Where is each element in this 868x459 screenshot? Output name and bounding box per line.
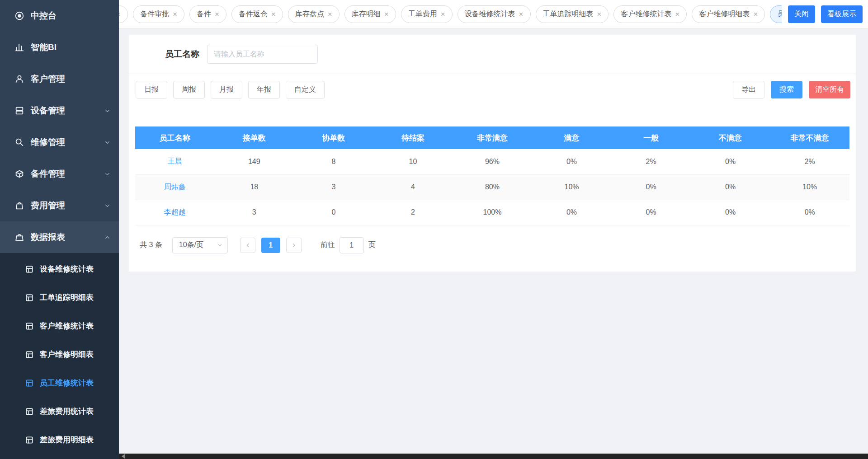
chevron-down-icon bbox=[104, 171, 111, 178]
tab-label: 设备维修统计表 bbox=[465, 9, 515, 19]
sidebar-item-customer[interactable]: 客户管理 bbox=[0, 63, 119, 95]
employee-link[interactable]: 王晨 bbox=[168, 157, 182, 165]
clear-all-button[interactable]: 清空所有 bbox=[809, 81, 850, 98]
next-page-button[interactable] bbox=[286, 238, 302, 253]
column-header: 不满意 bbox=[691, 126, 770, 149]
employee-name-label: 员工名称 bbox=[165, 48, 199, 60]
page-size-select[interactable]: 10条/页 bbox=[172, 237, 228, 253]
tab-truncated[interactable]: × bbox=[119, 5, 128, 23]
horizontal-scrollbar[interactable] bbox=[119, 454, 868, 459]
sidebar-item-device-repair-stats[interactable]: 设备维修统计表 bbox=[0, 255, 119, 283]
goto-page-input[interactable] bbox=[340, 237, 364, 253]
table-cell: 0% bbox=[691, 174, 770, 200]
search-button[interactable]: 搜索 bbox=[771, 81, 802, 98]
sidebar-item-device[interactable]: 设备管理 bbox=[0, 95, 119, 126]
tab-label: 库存明细 bbox=[352, 9, 381, 19]
close-icon[interactable]: × bbox=[328, 10, 332, 18]
open-tabs: × 备件审批 × 备件 × 备件返仓 × 库存盘点 × 库存明细 × 工单费用 … bbox=[119, 5, 782, 23]
tab-spare-return[interactable]: 备件返仓 × bbox=[231, 5, 283, 23]
sidebar-item-bi[interactable]: 智能BI bbox=[0, 32, 119, 63]
user-icon bbox=[14, 74, 24, 84]
board-display-button[interactable]: 看板展示 bbox=[821, 5, 863, 23]
sidebar-item-travel-fee-stats[interactable]: 差旅费用统计表 bbox=[0, 397, 119, 426]
sidebar-item-customer-repair-detail[interactable]: 客户维修明细表 bbox=[0, 340, 119, 369]
chevron-left-icon bbox=[245, 242, 251, 248]
close-tab-button[interactable]: 关闭 bbox=[788, 5, 815, 23]
submenu-item-label: 设备维修统计表 bbox=[40, 264, 94, 274]
sidebar-item-label: 客户管理 bbox=[31, 73, 65, 85]
chevron-up-icon bbox=[104, 234, 111, 241]
sidebar-item-reports[interactable]: 数据报表 bbox=[0, 221, 119, 253]
tab-label: 备件 bbox=[197, 9, 211, 19]
table-cell: 10 bbox=[373, 149, 453, 174]
table-cell: 8 bbox=[294, 149, 373, 174]
weekly-report-button[interactable]: 周报 bbox=[173, 81, 205, 98]
tab-label: 客户维修统计表 bbox=[621, 9, 671, 19]
sidebar-item-workorder-tracking[interactable]: 工单追踪明细表 bbox=[0, 283, 119, 312]
submenu-item-label: 客户维修明细表 bbox=[40, 349, 94, 360]
tab-workorder-tracking[interactable]: 工单追踪明细表 × bbox=[536, 5, 609, 23]
report-table-icon bbox=[25, 265, 34, 274]
column-header: 协单数 bbox=[294, 126, 373, 149]
close-icon[interactable]: × bbox=[597, 10, 602, 18]
sidebar-item-console[interactable]: 中控台 bbox=[0, 0, 119, 32]
prev-page-button[interactable] bbox=[240, 238, 255, 253]
tab-employee-repair-stats[interactable]: 员工维修统计表 × bbox=[770, 5, 782, 23]
sidebar-item-employee-repair-stats[interactable]: 员工维修统计表 bbox=[0, 369, 119, 397]
close-icon[interactable]: × bbox=[384, 10, 389, 18]
page-number-button[interactable]: 1 bbox=[261, 238, 280, 253]
sidebar-item-fees[interactable]: 费用管理 bbox=[0, 190, 119, 221]
tab-customer-repair-stats[interactable]: 客户维修统计表 × bbox=[613, 5, 687, 23]
tab-device-repair-stats[interactable]: 设备维修统计表 × bbox=[458, 5, 531, 23]
close-icon[interactable]: × bbox=[215, 10, 219, 18]
column-header: 非常不满意 bbox=[770, 126, 849, 149]
employee-link[interactable]: 周炜鑫 bbox=[164, 183, 186, 191]
tab-spare-approval[interactable]: 备件审批 × bbox=[133, 5, 184, 23]
chevron-down-icon bbox=[104, 108, 111, 114]
table-cell: 2 bbox=[373, 200, 453, 225]
column-header: 待结案 bbox=[373, 126, 453, 149]
custom-report-button[interactable]: 自定义 bbox=[286, 81, 325, 98]
tab-spare[interactable]: 备件 × bbox=[189, 5, 226, 23]
monthly-report-button[interactable]: 月报 bbox=[211, 81, 242, 98]
tab-inventory-detail[interactable]: 库存明细 × bbox=[344, 5, 396, 23]
tab-workorder-fee[interactable]: 工单费用 × bbox=[401, 5, 453, 23]
close-icon[interactable]: × bbox=[753, 10, 758, 18]
yearly-report-button[interactable]: 年报 bbox=[248, 81, 280, 98]
close-icon[interactable]: × bbox=[675, 10, 679, 18]
employee-stats-table: 员工名称 接单数 协单数 待结案 非常满意 满意 一般 不满意 非常不满意 王晨… bbox=[135, 126, 849, 225]
tab-customer-repair-detail[interactable]: 客户维修明细表 × bbox=[692, 5, 765, 23]
employee-link[interactable]: 李超越 bbox=[164, 208, 186, 216]
sidebar-item-spareparts[interactable]: 备件管理 bbox=[0, 158, 119, 190]
table-cell: 0% bbox=[611, 200, 691, 225]
tab-label: 库存盘点 bbox=[295, 9, 324, 19]
close-icon[interactable]: × bbox=[441, 10, 445, 18]
sidebar-item-label: 设备管理 bbox=[31, 105, 65, 117]
submenu-item-label: 差旅费用统计表 bbox=[40, 406, 94, 417]
table-cell: 3 bbox=[294, 174, 373, 200]
report-table-icon bbox=[25, 322, 34, 331]
table-row: 王晨 149 8 10 96% 0% 2% 0% 2% bbox=[135, 149, 849, 174]
sidebar-submenu-reports: 设备维修统计表 工单追踪明细表 客户维修统计表 客户维修明细表 员工维修统计表 … bbox=[0, 253, 119, 459]
close-icon[interactable]: × bbox=[519, 10, 524, 18]
table-cell: 0% bbox=[532, 149, 612, 174]
sidebar-item-repair[interactable]: 维修管理 bbox=[0, 126, 119, 158]
goto-page: 前往 页 bbox=[321, 237, 376, 253]
goto-suffix: 页 bbox=[368, 240, 376, 250]
close-icon[interactable]: × bbox=[271, 10, 276, 18]
scroll-left-arrow-icon[interactable] bbox=[122, 454, 125, 459]
daily-report-button[interactable]: 日报 bbox=[136, 81, 167, 98]
chevron-down-icon bbox=[104, 139, 111, 146]
table-cell: 80% bbox=[453, 174, 532, 200]
table-cell: 10% bbox=[770, 174, 849, 200]
sidebar-item-travel-fee-detail[interactable]: 差旅费用明细表 bbox=[0, 426, 119, 454]
export-button[interactable]: 导出 bbox=[733, 81, 764, 98]
close-icon[interactable]: × bbox=[173, 10, 177, 18]
employee-name-input[interactable] bbox=[207, 45, 318, 64]
report-table-icon bbox=[25, 436, 34, 445]
table-cell: 0% bbox=[611, 174, 691, 200]
pagination: 共 3 条 10条/页 1 前往 页 bbox=[140, 237, 849, 253]
tab-inventory-check[interactable]: 库存盘点 × bbox=[288, 5, 340, 23]
sidebar-item-customer-repair-stats[interactable]: 客户维修统计表 bbox=[0, 312, 119, 340]
close-icon[interactable]: × bbox=[119, 10, 121, 18]
